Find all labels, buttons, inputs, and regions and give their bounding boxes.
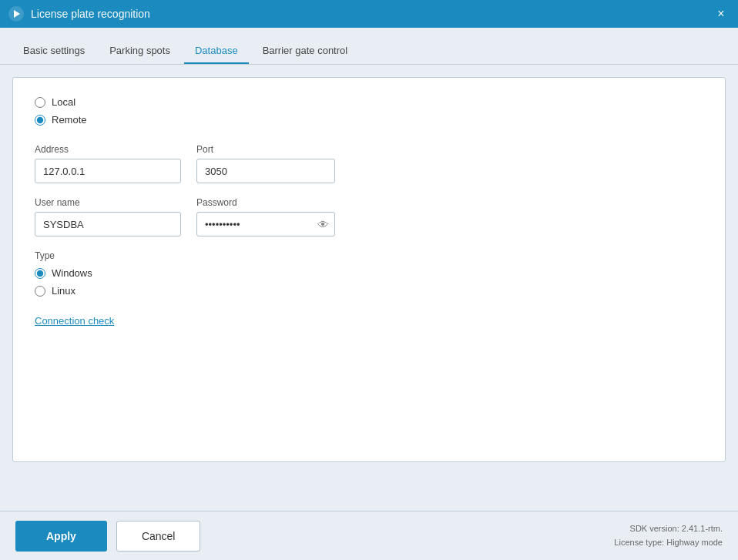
radio-local[interactable]: Local (35, 96, 703, 108)
type-section: Type Windows Linux (35, 250, 703, 297)
license-type: License type: Highway mode (614, 538, 723, 547)
tab-database[interactable]: Database (184, 39, 249, 64)
close-button[interactable]: × (712, 5, 730, 23)
password-input[interactable] (196, 212, 335, 236)
address-port-row: Address Port (35, 144, 703, 183)
connection-check-button[interactable]: Connection check (35, 315, 114, 327)
title-bar: License plate recognition × (0, 0, 738, 28)
cancel-button[interactable]: Cancel (116, 521, 201, 552)
password-field: Password 👁 (196, 197, 335, 236)
footer: Apply Cancel SDK version: 2.41.1-rtm. Li… (0, 511, 738, 560)
toggle-password-icon[interactable]: 👁 (317, 218, 329, 231)
radio-linux-label: Linux (52, 285, 75, 297)
username-input[interactable] (35, 212, 181, 236)
username-label: User name (35, 197, 181, 208)
radio-remote-label: Remote (52, 114, 87, 126)
dialog-title: License plate recognition (31, 8, 712, 20)
tab-basic-settings[interactable]: Basic settings (12, 39, 96, 64)
port-input[interactable] (196, 159, 335, 183)
dialog: License plate recognition × Basic settin… (0, 0, 738, 560)
tab-bar: Basic settings Parking spots Database Ba… (0, 28, 738, 65)
port-label: Port (196, 144, 335, 155)
radio-windows[interactable]: Windows (35, 267, 703, 279)
radio-linux[interactable]: Linux (35, 285, 703, 297)
radio-local-input[interactable] (35, 97, 45, 108)
password-label: Password (196, 197, 335, 208)
address-input[interactable] (35, 159, 181, 183)
username-field: User name (35, 197, 181, 236)
radio-windows-input[interactable] (35, 268, 45, 279)
tab-barrier-gate-control[interactable]: Barrier gate control (252, 39, 359, 64)
content-area: Local Remote Address Port (0, 65, 738, 511)
password-wrapper: 👁 (196, 212, 335, 236)
radio-windows-label: Windows (52, 267, 92, 279)
sdk-version: SDK version: 2.41.1-rtm. (630, 524, 723, 533)
sdk-info: SDK version: 2.41.1-rtm. License type: H… (614, 522, 723, 549)
apply-button[interactable]: Apply (15, 521, 107, 552)
location-radio-group: Local Remote (35, 96, 703, 126)
address-field: Address (35, 144, 181, 183)
type-radio-group: Windows Linux (35, 267, 703, 297)
radio-remote[interactable]: Remote (35, 114, 703, 126)
settings-panel: Local Remote Address Port (12, 77, 726, 462)
tab-parking-spots[interactable]: Parking spots (99, 39, 181, 64)
type-label: Type (35, 250, 703, 261)
radio-remote-input[interactable] (35, 115, 45, 126)
radio-linux-input[interactable] (35, 286, 45, 297)
username-password-row: User name Password 👁 (35, 197, 703, 236)
app-icon (8, 5, 25, 22)
port-field: Port (196, 144, 335, 183)
radio-local-label: Local (52, 96, 75, 108)
address-label: Address (35, 144, 181, 155)
